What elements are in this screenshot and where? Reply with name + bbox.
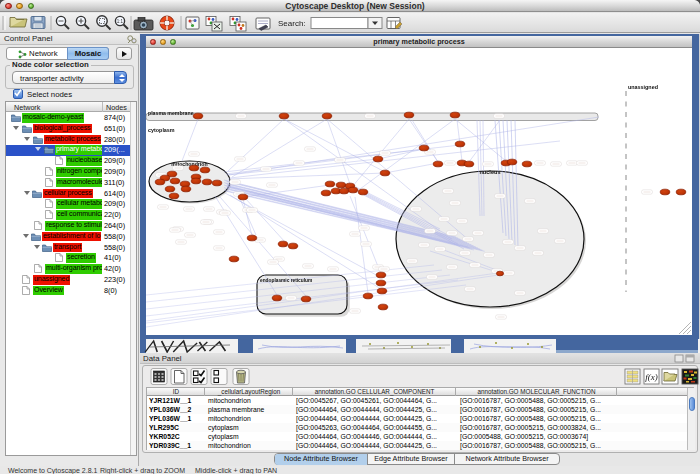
- svg-text:plasma membrane: plasma membrane: [148, 110, 194, 116]
- svg-text:mitochondrion: mitochondrion: [171, 161, 207, 167]
- svg-text:unassigned: unassigned: [628, 84, 658, 90]
- svg-text:endoplasmic reticulum: endoplasmic reticulum: [260, 278, 312, 283]
- svg-text:cytoplasm: cytoplasm: [148, 127, 175, 133]
- svg-text:f(x): f(x): [645, 372, 658, 382]
- svg-text:Search:: Search:: [278, 19, 306, 28]
- svg-text:nucleus: nucleus: [479, 169, 500, 175]
- svg-text:1:1: 1:1: [117, 19, 124, 24]
